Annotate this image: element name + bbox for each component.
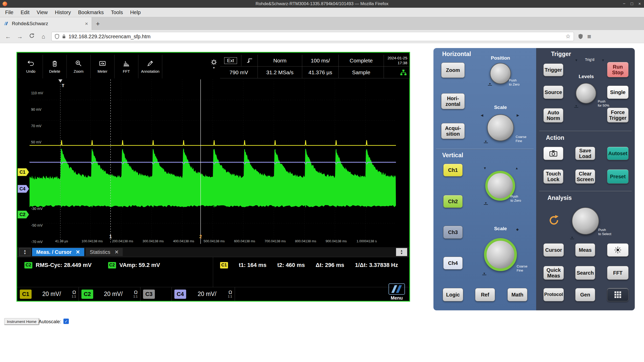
quick-meas-button[interactable]: Quick Meas (543, 266, 564, 280)
section-divider (539, 191, 632, 191)
svg-text:T: T (62, 83, 64, 88)
single-button[interactable]: Single (607, 86, 629, 99)
bookmark-star-icon[interactable]: ☆ (565, 33, 571, 40)
channel-c1[interactable]: C1 20 mV/ Ω1:1 (17, 287, 79, 301)
hamburger-menu-icon[interactable]: ≡ (587, 33, 591, 41)
menu-history[interactable]: History (52, 8, 74, 16)
knob-push-icon: ▼ (488, 82, 492, 86)
zoom-button[interactable]: Zoom (67, 55, 90, 78)
math-button[interactable]: Math (507, 288, 527, 301)
instrument-home-button[interactable]: Instrument Home (4, 318, 39, 325)
autoscale-checkbox[interactable]: ✓ (63, 319, 69, 324)
waveform-plot[interactable]: T12110 mV90 mV70 mV50 mV-30 mV-50 mV-70 … (30, 79, 396, 244)
intensity-button[interactable] (607, 243, 629, 257)
vertical-coarse-fine-label: Coarse Fine (517, 264, 527, 272)
meas-button[interactable]: Meas (575, 243, 595, 257)
status-trigger-slope[interactable] (241, 55, 258, 67)
status-trigger-source[interactable]: Ext (220, 55, 241, 67)
acquisition-button[interactable]: Acqui- sition (441, 123, 465, 139)
menu-file[interactable]: File (2, 8, 16, 16)
annotation-button[interactable]: Annotation (138, 55, 162, 78)
trigger-level-knob[interactable] (576, 83, 596, 104)
tab-scroll-left[interactable]: ▲▼ (19, 248, 31, 256)
undo-button[interactable]: Undo (19, 55, 43, 78)
save-load-button[interactable]: Save Load (575, 147, 595, 160)
status-trigger-level[interactable]: 790 mV (220, 67, 258, 78)
zoom-panel-button[interactable]: Zoom (441, 62, 465, 78)
close-icon[interactable]: ✕ (76, 249, 80, 255)
horizontal-menu-button[interactable]: Hori- zontal (441, 93, 465, 109)
fft-icon (122, 60, 130, 67)
home-icon[interactable]: ⌂ (40, 33, 47, 40)
autoset-button[interactable]: Autoset (607, 147, 629, 160)
delete-button[interactable]: Delete (43, 55, 67, 78)
close-icon[interactable]: ✕ (115, 249, 119, 255)
status-horizontal-position[interactable]: 41.376 µs (302, 67, 339, 78)
meter-button[interactable]: Meter (90, 55, 114, 78)
back-icon[interactable]: ← (4, 33, 12, 40)
account-shield-icon[interactable] (578, 34, 583, 39)
scope-menu-button[interactable]: Menu (386, 276, 407, 301)
menu-help[interactable]: Help (127, 8, 144, 16)
ch4-button[interactable]: Ch4 (443, 257, 463, 270)
channel-c2[interactable]: C2 20 mV/ Ω1:1 (79, 287, 140, 301)
ref-button[interactable]: Ref (475, 288, 495, 301)
channel-marker-C4[interactable]: C4 (18, 185, 29, 193)
auto-norm-button[interactable]: Auto Norm (543, 108, 563, 123)
ch1-button[interactable]: Ch1 (443, 164, 463, 177)
vertical-scale-knob[interactable] (484, 238, 517, 271)
forward-icon[interactable]: → (16, 33, 24, 40)
maximize-icon[interactable]: □ (631, 1, 633, 6)
gen-button[interactable]: Gen (575, 288, 595, 301)
tab-statistics[interactable]: Statistics ✕ (86, 248, 123, 256)
tab-meas-cursor[interactable]: Meas. / Cursor ✕ (32, 248, 84, 256)
touch-lock-button[interactable]: Touch Lock (543, 169, 563, 184)
ch2-button[interactable]: Ch2 (443, 195, 463, 208)
front-panel-left: Horizontal Zoom Position Push to Zero ▼ … (433, 48, 536, 310)
trigger-button[interactable]: Trigger (543, 63, 563, 76)
arrow-left-icon: ◀ (481, 113, 483, 117)
tab-close-icon[interactable]: × (85, 21, 88, 27)
channel-marker-C1[interactable]: C1 (18, 168, 29, 176)
status-acquisition-state[interactable]: Complete (339, 55, 384, 67)
channel-c3[interactable]: C3 (140, 287, 172, 301)
menu-view[interactable]: View (34, 8, 51, 16)
fft-panel-button[interactable]: FFT (607, 266, 629, 280)
status-sample-rate: 31.2 MSa/s (258, 67, 302, 78)
fft-button[interactable]: FFT (114, 55, 138, 78)
run-stop-button[interactable]: Run Stop (607, 62, 629, 77)
settings-button[interactable]: ▼ (208, 58, 220, 70)
protocol-button[interactable]: Protocol (543, 288, 564, 301)
minimize-icon[interactable]: − (623, 1, 626, 6)
navigation-knob[interactable] (572, 207, 599, 235)
scope-toolbar: Undo Delete Zoom Meter FFT Annotation (19, 55, 162, 78)
status-acquisition-mode[interactable]: Sample (339, 67, 384, 78)
logic-button[interactable]: Logic (443, 288, 463, 301)
tab-scroll-right[interactable]: ▲▼ (396, 248, 407, 256)
channel-c4[interactable]: C4 20 mV/ Ω1:1 (172, 287, 235, 301)
search-button[interactable]: Search (575, 266, 595, 280)
new-tab-button[interactable]: + (92, 17, 104, 30)
preset-button[interactable]: Preset (607, 169, 629, 184)
clear-screen-button[interactable]: Clear Screen (575, 169, 595, 184)
reload-icon[interactable] (28, 33, 35, 40)
horizontal-position-knob[interactable] (490, 63, 511, 84)
status-trigger-mode[interactable]: Norm (258, 55, 302, 67)
menu-edit[interactable]: Edit (17, 8, 32, 16)
apps-button[interactable] (607, 288, 629, 301)
cursor-button[interactable]: Cursor (543, 243, 564, 257)
source-button[interactable]: Source (543, 86, 563, 99)
screenshot-button[interactable] (543, 147, 563, 160)
channel-bar: C1 20 mV/ Ω1:1 C2 20 mV/ Ω1:1 C3 C4 20 m… (17, 287, 409, 301)
menu-bookmarks[interactable]: Bookmarks (75, 8, 107, 16)
ch3-button[interactable]: Ch3 (443, 226, 463, 239)
svg-text:300.04138 ms: 300.04138 ms (143, 239, 164, 243)
horizontal-scale-knob[interactable] (487, 114, 514, 141)
channel-marker-C2[interactable]: C2 (18, 211, 29, 218)
menu-tools[interactable]: Tools (108, 8, 126, 16)
browser-tab[interactable]: Rohde&Schwarz × (0, 17, 92, 30)
force-trigger-button[interactable]: Force Trigger (607, 108, 629, 123)
status-timebase[interactable]: 100 ms/ (302, 55, 339, 67)
close-icon[interactable]: × (638, 1, 641, 6)
url-field[interactable]: 192.168.229.22/screencam_sfp.htm ☆ (51, 32, 574, 41)
